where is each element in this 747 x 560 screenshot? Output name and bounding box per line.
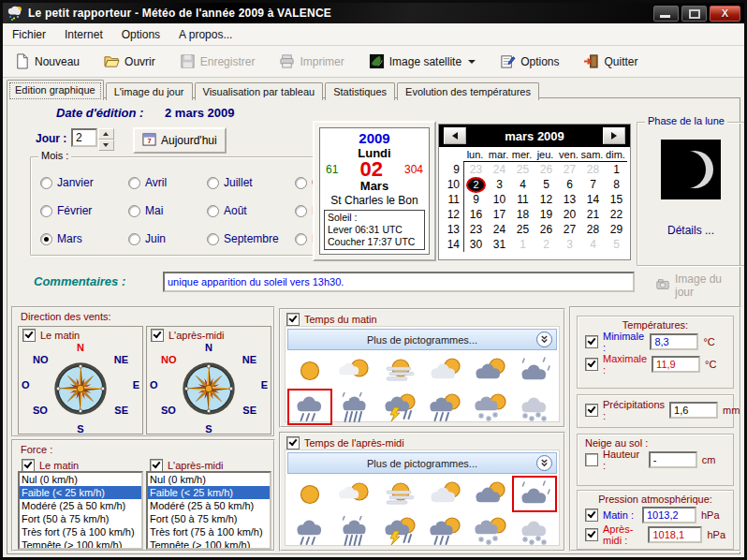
calendar-day-2[interactable]: 2 — [535, 238, 558, 251]
picto-cloud-rain-sun-icon[interactable] — [422, 512, 467, 549]
max-temperature-checkbox[interactable] — [585, 358, 598, 371]
toolbar-quitter-button[interactable]: Quitter — [579, 51, 641, 72]
calendar-prev-button[interactable] — [444, 127, 466, 144]
more-pictograms-button[interactable]: Plus de pictogrammes... — [287, 329, 557, 350]
compass-point-ne[interactable]: NE — [242, 354, 256, 365]
checkbox-icon[interactable] — [151, 329, 164, 342]
calendar-day-8[interactable]: 8 — [605, 178, 628, 191]
calendar-day-5[interactable]: 5 — [535, 178, 558, 191]
force-option-5[interactable]: Tempête (> 100 km/h) — [148, 538, 270, 550]
wind-force-listbox[interactable]: Nul (0 km/h)Faible (< 25 km/h)Modéré (25… — [18, 471, 143, 550]
picto-cloud-snow-icon[interactable] — [512, 389, 557, 425]
month-radio-avril[interactable]: Avril — [128, 176, 207, 189]
menu-fichier[interactable]: Fichier — [3, 25, 55, 44]
picto-sun-icon[interactable] — [287, 476, 332, 512]
calendar-next-button[interactable] — [603, 127, 625, 144]
today-button[interactable]: 7 Aujourd'hui — [133, 127, 227, 154]
calendar-day-21[interactable]: 21 — [581, 208, 605, 221]
calendar-day-1[interactable]: 1 — [511, 238, 535, 251]
picto-cloud-drizzle-icon[interactable] — [512, 352, 557, 389]
compass-point-so[interactable]: SO — [161, 405, 176, 416]
compass-point-n[interactable]: N — [205, 342, 212, 353]
calendar-day-23[interactable]: 23 — [464, 163, 488, 176]
calendar-day-30[interactable]: 30 — [464, 238, 488, 251]
day-input[interactable] — [71, 128, 97, 147]
compass-point-o[interactable]: O — [22, 379, 30, 391]
picto-cloud-storm-sun-icon[interactable] — [377, 389, 422, 425]
force-option-1[interactable]: Faible (< 25 km/h) — [148, 486, 270, 499]
calendar-day-27[interactable]: 27 — [558, 163, 581, 176]
tab-visualisation-par-tableau[interactable]: Visualisation par tableau — [195, 82, 324, 100]
picto-cloud-snow-sun-icon[interactable] — [467, 512, 512, 549]
picto-cloud-drizzle-icon[interactable] — [512, 476, 557, 512]
toolbar-options-button[interactable]: Options — [496, 51, 563, 72]
calendar-day-24[interactable]: 24 — [488, 163, 511, 176]
force-option-5[interactable]: Tempête (> 100 km/h) — [20, 538, 141, 550]
compass-point-s[interactable]: S — [205, 423, 212, 435]
tab-l-image-du-jour[interactable]: L'image du jour — [106, 82, 193, 100]
compass-point-ne[interactable]: NE — [114, 354, 128, 365]
min-temperature-checkbox[interactable] — [585, 335, 598, 348]
picto-cloud-sun-icon[interactable] — [422, 476, 467, 512]
calendar-day-16[interactable]: 16 — [464, 208, 488, 221]
calendar-day-6[interactable]: 6 — [558, 178, 581, 191]
month-radio-septembre[interactable]: Septembre — [207, 232, 295, 245]
checkbox-icon[interactable] — [286, 313, 300, 326]
picto-dark-cloud-sun-icon[interactable] — [467, 476, 512, 512]
day-spin-down-button[interactable] — [98, 140, 114, 151]
calendar-day-28[interactable]: 28 — [581, 223, 605, 236]
calendar-day-24[interactable]: 24 — [488, 223, 511, 236]
picto-sun-cloud-icon[interactable] — [332, 352, 377, 389]
picto-sun-haze-icon[interactable] — [377, 476, 422, 512]
calendar-day-12[interactable]: 12 — [535, 193, 558, 206]
force-option-0[interactable]: Nul (0 km/h) — [148, 473, 270, 486]
picto-cloud-rain-icon[interactable] — [287, 389, 332, 425]
force-option-4[interactable]: Très fort (75 à 100 km/h) — [20, 525, 141, 538]
calendar-day-31[interactable]: 31 — [488, 238, 511, 251]
close-button[interactable]: X — [710, 6, 740, 22]
picto-sun-haze-icon[interactable] — [377, 352, 422, 389]
precipitation-input[interactable] — [669, 402, 718, 419]
month-radio-juin[interactable]: Juin — [128, 232, 207, 245]
compass-point-n[interactable]: N — [77, 342, 84, 353]
month-radio-f-vrier[interactable]: Février — [40, 204, 128, 217]
picto-cloud-sun-icon[interactable] — [422, 352, 467, 389]
snow-height-checkbox[interactable] — [585, 453, 598, 466]
calendar-day-28[interactable]: 28 — [581, 163, 605, 176]
calendar-day-26[interactable]: 26 — [535, 163, 558, 176]
calendar-day-27[interactable]: 27 — [558, 223, 581, 236]
calendar-day-1[interactable]: 1 — [605, 163, 628, 176]
calendar-day-4[interactable]: 4 — [581, 238, 605, 251]
calendar-day-4[interactable]: 4 — [511, 178, 535, 191]
month-radio-ao-t[interactable]: Août — [207, 204, 295, 217]
checkbox-icon[interactable] — [22, 459, 35, 472]
compass-point-s[interactable]: S — [77, 423, 83, 435]
pressure-morning-checkbox[interactable] — [585, 508, 598, 522]
calendar-day-25[interactable]: 25 — [511, 223, 535, 236]
wind-force-listbox[interactable]: Nul (0 km/h)Faible (< 25 km/h)Modéré (25… — [146, 471, 271, 550]
moon-details-link[interactable]: Détails ... — [637, 224, 744, 237]
calendar-day-18[interactable]: 18 — [511, 208, 535, 221]
compass-point-so[interactable]: SO — [33, 405, 48, 416]
month-radio-juillet[interactable]: Juillet — [207, 176, 295, 189]
picto-dark-cloud-sun-icon[interactable] — [467, 352, 512, 389]
month-radio-mai[interactable]: Mai — [128, 204, 207, 217]
min-temperature-input[interactable] — [650, 333, 698, 350]
precipitation-checkbox[interactable] — [585, 404, 598, 417]
max-temperature-input[interactable] — [652, 356, 700, 373]
picto-cloud-snow-icon[interactable] — [512, 512, 557, 549]
toolbar-nouveau-button[interactable]: Nouveau — [10, 51, 83, 72]
tab-edition-graphique[interactable]: Edition graphique — [7, 80, 104, 100]
calendar-day-15[interactable]: 15 — [605, 193, 628, 206]
pressure-morning-input[interactable] — [642, 507, 696, 523]
menu-internet[interactable]: Internet — [55, 25, 112, 44]
calendar-day-23[interactable]: 23 — [464, 223, 488, 236]
tab-statistiques[interactable]: Statistiques — [325, 82, 395, 100]
calendar-day-10[interactable]: 10 — [488, 193, 511, 206]
calendar-day-3[interactable]: 3 — [558, 238, 581, 251]
compass-point-se[interactable]: SE — [114, 405, 128, 416]
month-radio-mars[interactable]: Mars — [40, 232, 128, 245]
compass-point-o[interactable]: O — [150, 379, 158, 391]
calendar-day-20[interactable]: 20 — [558, 208, 581, 221]
minimize-button[interactable] — [653, 6, 679, 22]
